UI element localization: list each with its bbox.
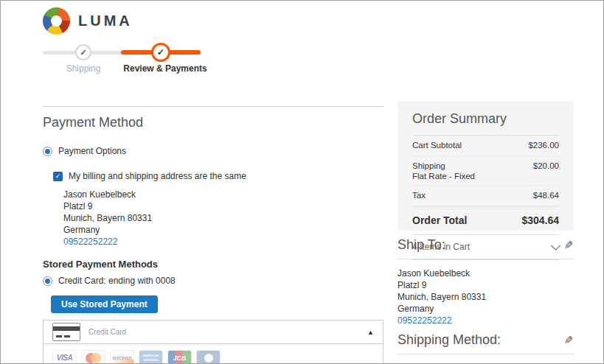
- order-total-value: $304.64: [521, 214, 559, 226]
- ship-phone-link[interactable]: 09522252222: [398, 315, 451, 326]
- shipping-label: Shipping: [412, 161, 475, 170]
- credit-card-icon: [52, 323, 80, 341]
- divider: [398, 354, 574, 354]
- use-stored-payment-button[interactable]: Use Stored Payment: [51, 295, 158, 313]
- subtotal-value: $236.00: [528, 141, 559, 151]
- billing-same-row[interactable]: ✓ My billing and shipping address are th…: [53, 171, 383, 181]
- shipping-note: Flat Rate - Fixed: [412, 172, 475, 181]
- payment-options-radio[interactable]: [43, 147, 52, 156]
- luma-pinwheel-icon: [43, 7, 70, 35]
- step-review-payments-label: Review & Payments: [117, 63, 213, 74]
- discover-icon: DISCOVER: [110, 350, 134, 364]
- step-shipping-label[interactable]: Shipping: [43, 63, 124, 74]
- luma-logo[interactable]: LUMA: [43, 7, 133, 35]
- shipping-value: $20.00: [533, 161, 559, 181]
- pencil-icon: ✎: [564, 334, 574, 346]
- ship-street: Platzl 9: [398, 279, 574, 291]
- accepted-card-types: VISA DISCOVER AMERICAN EXPRESS JCB: [52, 350, 374, 364]
- ship-city: Munich, Bayern 80331: [398, 291, 574, 303]
- check-icon: ✓: [80, 48, 86, 57]
- tax-value: $48.64: [533, 191, 559, 201]
- stored-card-row[interactable]: Credit Card: ending with 0008: [43, 276, 383, 286]
- summary-row-tax: Tax $48.64: [412, 186, 559, 206]
- mastercard-icon: [81, 350, 105, 364]
- billing-same-checkbox[interactable]: ✓: [53, 172, 63, 181]
- jcb-text: JCB: [173, 354, 186, 362]
- payment-options-label: Payment Options: [58, 146, 126, 156]
- collapse-arrow-icon[interactable]: ▲: [367, 329, 374, 336]
- luma-logo-text: LUMA: [78, 13, 133, 29]
- payment-options-row[interactable]: Payment Options: [43, 146, 383, 156]
- shipping-method-title: Shipping Method:: [398, 332, 501, 348]
- stored-card-label: Credit Card: ending with 0008: [58, 276, 176, 286]
- billing-same-label: My billing and shipping address are the …: [69, 171, 246, 181]
- ship-to-section: Ship To: ✎ Jason Kuebelbeck Platzl 9 Mun…: [398, 237, 574, 326]
- credit-card-panel-header[interactable]: Credit Card ▲: [44, 321, 383, 344]
- step-shipping-circle[interactable]: ✓: [75, 44, 91, 60]
- diners-club-icon: [196, 350, 221, 364]
- tax-label: Tax: [412, 191, 426, 200]
- billing-name: Jason Kuebelbeck: [63, 189, 383, 200]
- step-review-circle: ✓: [151, 43, 170, 62]
- order-total-row: Order Total $304.64: [412, 206, 559, 235]
- checkout-progress-bar: ✓ ✓ Shipping Review & Payments: [43, 43, 201, 75]
- stored-card-radio[interactable]: [43, 276, 52, 286]
- shipping-method-section: Shipping Method: ✎: [398, 332, 574, 354]
- billing-country: Germany: [63, 224, 383, 236]
- discover-text: DISCOVER: [112, 356, 131, 360]
- ship-to-address: Jason Kuebelbeck Platzl 9 Munich, Bayern…: [398, 267, 574, 326]
- visa-icon: VISA: [52, 350, 77, 364]
- credit-card-panel: Credit Card ▲ VISA DISCOVER AMERICAN EXP…: [43, 320, 383, 364]
- billing-city: Munich, Bayern 80331: [63, 212, 383, 224]
- check-icon: ✓: [157, 47, 164, 57]
- divider: [398, 259, 574, 259]
- checkout-page: LUMA ✓ ✓ Shipping Review & Payments Paym…: [0, 0, 604, 364]
- summary-row-subtotal: Cart Subtotal $236.00: [412, 136, 559, 156]
- billing-address: Jason Kuebelbeck Platzl 9 Munich, Bayern…: [63, 189, 383, 248]
- order-summary-panel: Order Summary Cart Subtotal $236.00 Ship…: [398, 101, 574, 231]
- order-summary-title: Order Summary: [412, 111, 559, 127]
- subtotal-label: Cart Subtotal: [412, 141, 462, 150]
- ship-to-title: Ship To:: [398, 237, 445, 253]
- stored-payment-methods-heading: Stored Payment Methods: [43, 259, 383, 270]
- edit-shipping-method-button[interactable]: ✎: [564, 335, 574, 346]
- ship-name: Jason Kuebelbeck: [398, 267, 574, 279]
- visa-text: VISA: [57, 354, 72, 362]
- american-express-icon: AMERICAN EXPRESS: [139, 350, 163, 364]
- billing-street: Platzl 9: [63, 200, 383, 212]
- payment-method-title: Payment Method: [43, 115, 383, 130]
- jcb-icon: JCB: [167, 350, 192, 364]
- pencil-icon: ✎: [564, 239, 574, 251]
- ship-country: Germany: [398, 303, 574, 315]
- credit-card-method-label: Credit Card: [88, 328, 126, 336]
- credit-card-form: VISA DISCOVER AMERICAN EXPRESS JCB Credi…: [44, 344, 383, 364]
- order-total-label: Order Total: [412, 214, 467, 226]
- billing-phone-link[interactable]: 09522252222: [63, 237, 117, 247]
- edit-shipping-address-button[interactable]: ✎: [564, 239, 574, 251]
- payment-method-section: Payment Method Payment Options ✓ My bill…: [43, 106, 383, 364]
- amex-text: AMERICAN EXPRESS: [139, 354, 162, 361]
- summary-row-shipping: Shipping Flat Rate - Fixed $20.00: [412, 156, 559, 186]
